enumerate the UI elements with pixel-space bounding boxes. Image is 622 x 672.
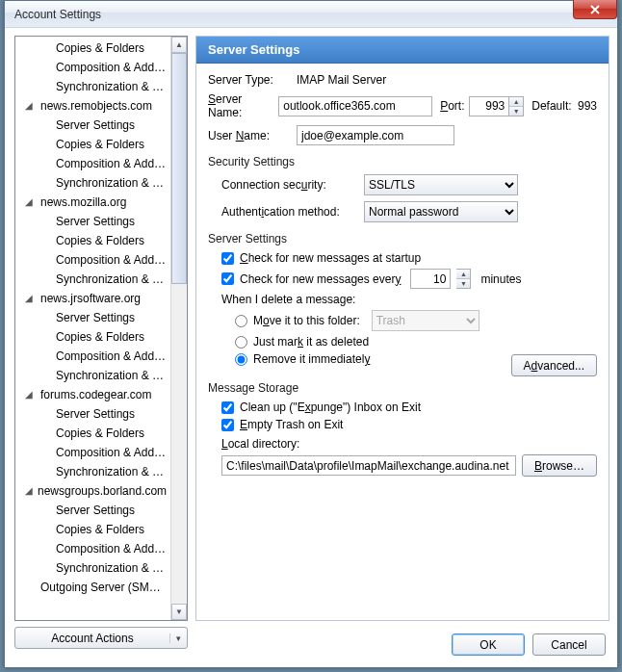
when-delete-label: When I delete a message: [221, 293, 597, 306]
remove-immediately-label: Remove it immediately [253, 352, 370, 366]
content-area: Copies & FoldersComposition & Addres...S… [5, 28, 617, 667]
tree-account-item[interactable]: ◢news.jrsoftware.org [15, 289, 170, 308]
account-actions-label: Account Actions [15, 632, 169, 645]
auth-method-select[interactable]: Normal password [364, 201, 518, 222]
chevron-down-icon: ◢ [25, 481, 33, 501]
just-mark-label: Just mark it as deleted [253, 335, 369, 349]
port-spinner[interactable]: ▲▼ [509, 96, 524, 116]
tree-item[interactable]: Composition & Addres... [15, 58, 170, 77]
port-label: Port: [440, 99, 464, 113]
account-actions-button[interactable]: Account Actions ▾ [14, 627, 188, 649]
browse-button[interactable]: Browse… [522, 454, 597, 477]
tree-item[interactable]: Copies & Folders [15, 424, 170, 443]
check-every-checkbox[interactable] [221, 272, 234, 285]
tree-account-item[interactable]: ◢newsgroups.borland.com [15, 481, 170, 501]
empty-trash-label: Empty Trash on Exit [240, 418, 343, 431]
tree-item[interactable]: Server Settings [15, 212, 170, 231]
tree-item[interactable]: Composition & Addres... [15, 539, 170, 558]
tree-item[interactable]: Composition & Addres... [15, 443, 170, 462]
chevron-down-icon: ◢ [25, 193, 36, 212]
settings-window: Account Settings Copies & FoldersComposi… [4, 0, 618, 668]
ok-button[interactable]: OK [452, 633, 525, 656]
tree-item-label: news.jrsoftware.org [40, 289, 141, 308]
chevron-down-icon: ◢ [25, 96, 36, 116]
check-every-label-b: minutes [480, 272, 521, 286]
scroll-thumb[interactable] [171, 53, 187, 284]
check-startup-label: Check for new messages at startup [240, 251, 421, 265]
tree-item[interactable]: Synchronization & Stor... [15, 462, 170, 481]
tree-item[interactable]: Copies & Folders [15, 135, 170, 154]
tree-item[interactable]: Synchronization & Stor... [15, 77, 170, 96]
move-to-label: Move it to this folder: [253, 314, 360, 327]
tree-item-label: news.mozilla.org [40, 193, 126, 212]
default-port-value: 993 [578, 99, 597, 113]
panel-body: Server Type: IMAP Mail Server Server Nam… [196, 64, 609, 486]
check-every-spinner[interactable]: ▲▼ [456, 269, 471, 289]
tree-item[interactable]: Outgoing Server (SMTP) [15, 578, 170, 597]
default-port-label: Default: [531, 99, 571, 113]
tree-item-label: newsgroups.borland.com [38, 481, 167, 501]
security-settings-heading: Security Settings [208, 155, 597, 168]
auth-method-label: Authentication method: [221, 205, 364, 219]
scroll-down-button[interactable]: ▼ [171, 604, 187, 620]
accounts-tree[interactable]: Copies & FoldersComposition & Addres...S… [15, 37, 170, 620]
tree-item[interactable]: Server Settings [15, 116, 170, 135]
server-settings-panel: Server Settings Server Type: IMAP Mail S… [195, 36, 609, 621]
panel-header: Server Settings [196, 37, 609, 64]
tree-item-label: news.remobjects.com [40, 96, 152, 116]
message-storage-heading: Message Storage [208, 381, 597, 395]
tree-item[interactable]: Copies & Folders [15, 520, 170, 539]
connection-security-select[interactable]: SSL/TLS [364, 174, 518, 195]
tree-item[interactable]: Server Settings [15, 501, 170, 520]
window-title: Account Settings [14, 8, 101, 21]
move-to-radio[interactable] [235, 315, 247, 327]
accounts-tree-container: Copies & FoldersComposition & Addres...S… [14, 36, 188, 621]
connection-security-label: Connection security: [221, 178, 364, 192]
tree-item[interactable]: Synchronization & Stor... [15, 173, 170, 193]
expunge-label: Clean up ("Expunge") Inbox on Exit [240, 401, 421, 414]
local-directory-input[interactable] [221, 455, 516, 476]
just-mark-radio[interactable] [235, 336, 247, 349]
tree-item[interactable]: Composition & Addres... [15, 250, 170, 270]
tree-account-item[interactable]: ◢news.mozilla.org [15, 193, 170, 212]
tree-item[interactable]: Copies & Folders [15, 327, 170, 347]
tree-item[interactable]: Composition & Addres... [15, 154, 170, 173]
user-name-input[interactable] [297, 125, 454, 145]
check-every-input[interactable] [410, 269, 451, 289]
empty-trash-checkbox[interactable] [221, 419, 234, 431]
trash-folder-select: Trash [372, 310, 479, 331]
expunge-checkbox[interactable] [221, 401, 234, 414]
server-type-label: Server Type: [208, 73, 297, 87]
close-icon [590, 5, 600, 14]
tree-item[interactable]: Synchronization & Stor... [15, 558, 170, 578]
port-input[interactable] [469, 96, 509, 116]
local-directory-label: Local directory: [221, 437, 597, 451]
server-name-input[interactable] [278, 96, 432, 116]
server-settings-heading: Server Settings [208, 232, 597, 246]
titlebar: Account Settings [5, 1, 617, 28]
tree-scrollbar[interactable]: ▲ ▼ [170, 37, 187, 620]
tree-item-label: forums.codegear.com [40, 385, 151, 404]
tree-item[interactable]: Composition & Addres... [15, 347, 170, 366]
scroll-up-button[interactable]: ▲ [171, 37, 187, 53]
tree-item[interactable]: Synchronization & Stor... [15, 270, 170, 289]
dialog-footer: OK Cancel [452, 633, 606, 656]
user-name-label: User Name: [208, 129, 297, 142]
cancel-button[interactable]: Cancel [532, 633, 606, 656]
tree-item[interactable]: Synchronization & Stor... [15, 366, 170, 385]
server-name-label: Server Name: [208, 92, 278, 119]
check-startup-checkbox[interactable] [221, 252, 234, 265]
chevron-down-icon: ◢ [25, 385, 36, 404]
tree-item[interactable]: Server Settings [15, 308, 170, 327]
advanced-button[interactable]: Advanced... [511, 354, 597, 376]
chevron-down-icon: ▾ [169, 633, 187, 643]
check-every-label-a: Check for new messages every [240, 272, 401, 286]
close-button[interactable] [573, 0, 617, 19]
server-type-value: IMAP Mail Server [297, 73, 386, 87]
remove-immediately-radio[interactable] [235, 353, 247, 366]
tree-item[interactable]: Server Settings [15, 404, 170, 424]
tree-item[interactable]: Copies & Folders [15, 231, 170, 250]
tree-account-item[interactable]: ◢news.remobjects.com [15, 96, 170, 116]
tree-item[interactable]: Copies & Folders [15, 39, 170, 58]
tree-account-item[interactable]: ◢forums.codegear.com [15, 385, 170, 404]
